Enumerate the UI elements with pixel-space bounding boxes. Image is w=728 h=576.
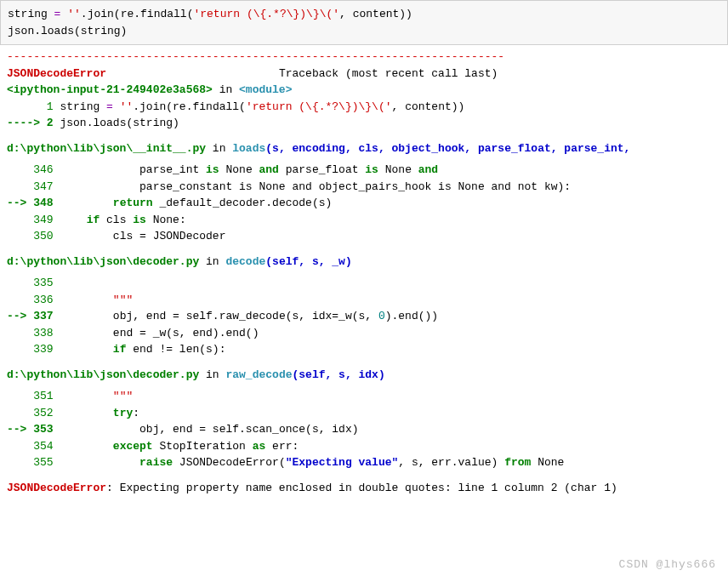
raw-355: 355 raise JSONDecodeError("Expecting val… — [7, 454, 721, 471]
decode-336: 336 """ — [7, 292, 721, 309]
init-348: --> 348 return _default_decoder.decode(s… — [7, 195, 721, 212]
code-line-2: json.loads(string) — [8, 23, 720, 40]
input-cell: string = ''.join(re.findall('return (\{.… — [0, 0, 728, 45]
error-header: JSONDecodeError Traceback (most recent c… — [7, 66, 721, 83]
separator: ----------------------------------------… — [7, 48, 721, 66]
decode-335: 335 — [7, 275, 721, 292]
raw-353: --> 353 obj, end = self.scan_once(s, idx… — [7, 421, 721, 438]
init-346: 346 parse_int is None and parse_float is… — [7, 162, 721, 179]
raw-354: 354 except StopIteration as err: — [7, 438, 721, 455]
decode-339: 339 if end != len(s): — [7, 341, 721, 358]
init-349: 349 if cls is None: — [7, 212, 721, 229]
init-347: 347 parse_constant is None and object_pa… — [7, 179, 721, 196]
decode-338: 338 end = _w(s, end).end() — [7, 325, 721, 342]
frame-input-line-1: 1 string = ''.join(re.findall('return (\… — [7, 99, 721, 116]
raw-352: 352 try: — [7, 405, 721, 422]
raw-351: 351 """ — [7, 388, 721, 405]
final-error: JSONDecodeError: Expecting property name… — [7, 480, 721, 497]
frame-header-raw: d:\python\lib\json\decoder.py in raw_dec… — [7, 367, 721, 384]
frame-header-decode: d:\python\lib\json\decoder.py in decode(… — [7, 254, 721, 271]
frame-input-line-2: ----> 2 json.loads(string) — [7, 115, 721, 132]
frame-header-input: <ipython-input-21-249402e3a568> in <modu… — [7, 82, 721, 99]
traceback-output: ----------------------------------------… — [0, 45, 728, 508]
frame-header-init: d:\python\lib\json\__init__.py in loads(… — [7, 140, 721, 157]
code-line-1: string = ''.join(re.findall('return (\{.… — [8, 6, 720, 23]
init-350: 350 cls = JSONDecoder — [7, 228, 721, 245]
decode-337: --> 337 obj, end = self.raw_decode(s, id… — [7, 308, 721, 325]
